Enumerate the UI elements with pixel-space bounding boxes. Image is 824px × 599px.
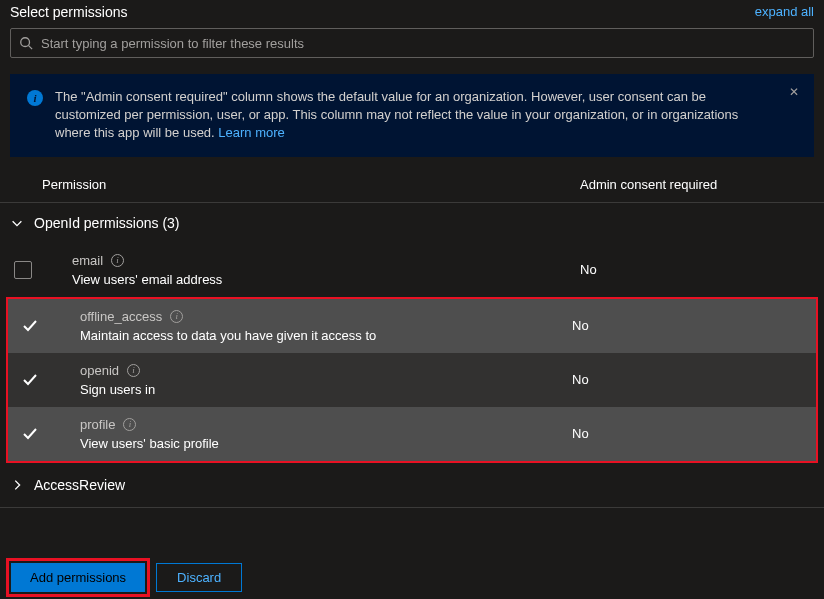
permission-name: offline_access xyxy=(80,309,162,324)
discard-button[interactable]: Discard xyxy=(156,563,242,592)
permission-desc: View users' basic profile xyxy=(80,436,572,451)
info-icon[interactable] xyxy=(111,254,124,267)
checkbox-email[interactable] xyxy=(14,261,32,279)
permission-row-profile[interactable]: profile View users' basic profile No xyxy=(8,407,816,461)
expand-all-link[interactable]: expand all xyxy=(755,4,814,19)
admin-consent-value: No xyxy=(572,426,806,441)
group-openid-permissions[interactable]: OpenId permissions (3) xyxy=(0,203,824,243)
chevron-right-icon xyxy=(10,478,24,492)
group-label: OpenId permissions (3) xyxy=(34,215,180,231)
info-icon xyxy=(27,90,43,106)
search-icon xyxy=(19,36,33,50)
add-permissions-button[interactable]: Add permissions xyxy=(11,563,145,592)
checkmark-icon[interactable] xyxy=(22,426,38,442)
footer-actions: Add permissions Discard xyxy=(0,558,248,597)
highlight-annotation: Add permissions xyxy=(6,558,150,597)
permission-row-openid[interactable]: openid Sign users in No xyxy=(8,353,816,407)
permission-desc: View users' email address xyxy=(72,272,580,287)
highlight-annotation: offline_access Maintain access to data y… xyxy=(6,297,818,463)
checkmark-icon[interactable] xyxy=(22,372,38,388)
close-icon[interactable] xyxy=(786,84,802,100)
svg-line-1 xyxy=(29,46,33,50)
admin-consent-value: No xyxy=(580,262,814,277)
group-access-review[interactable]: AccessReview xyxy=(0,463,824,508)
permission-row-email[interactable]: email View users' email address No xyxy=(0,243,824,297)
permission-name: openid xyxy=(80,363,119,378)
info-icon[interactable] xyxy=(123,418,136,431)
permission-desc: Maintain access to data you have given i… xyxy=(80,328,572,343)
info-icon[interactable] xyxy=(127,364,140,377)
admin-consent-value: No xyxy=(572,318,806,333)
column-header-permission: Permission xyxy=(10,177,580,192)
info-icon[interactable] xyxy=(170,310,183,323)
search-input[interactable] xyxy=(41,36,805,51)
permission-desc: Sign users in xyxy=(80,382,572,397)
info-banner-message: The "Admin consent required" column show… xyxy=(55,89,738,140)
admin-consent-value: No xyxy=(572,372,806,387)
page-title: Select permissions xyxy=(10,4,128,20)
chevron-down-icon xyxy=(10,216,24,230)
column-header-admin: Admin consent required xyxy=(580,177,814,192)
learn-more-link[interactable]: Learn more xyxy=(218,125,284,140)
info-banner-text: The "Admin consent required" column show… xyxy=(55,88,774,143)
group-label: AccessReview xyxy=(34,477,125,493)
permission-name: profile xyxy=(80,417,115,432)
table-header: Permission Admin consent required xyxy=(0,157,824,203)
permission-row-offline-access[interactable]: offline_access Maintain access to data y… xyxy=(8,299,816,353)
permission-name: email xyxy=(72,253,103,268)
checkmark-icon[interactable] xyxy=(22,318,38,334)
svg-point-0 xyxy=(21,38,30,47)
info-banner: The "Admin consent required" column show… xyxy=(10,74,814,157)
search-box[interactable] xyxy=(10,28,814,58)
